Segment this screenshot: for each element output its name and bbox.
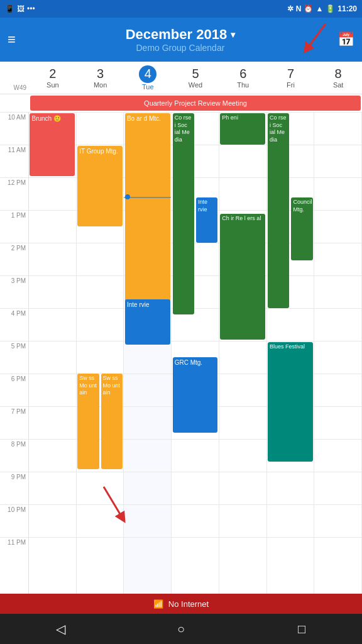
day-header-sat[interactable]: 8 Sat — [314, 62, 362, 94]
day-header-sun[interactable]: 2 Sun — [29, 62, 77, 94]
time-display: 11:20 — [337, 4, 357, 13]
calendar-subtitle: Demo Group Calendar — [23, 43, 337, 53]
event-course-social-fri[interactable]: Co rse i Soc ial Me dia — [268, 113, 289, 308]
time-8pm: 8 PM — [0, 439, 28, 472]
back-button[interactable]: ◁ — [48, 616, 73, 641]
time-2pm: 2 PM — [0, 243, 28, 275]
recents-button[interactable]: □ — [289, 616, 314, 641]
day-col-sun: Brunch 🙂 — [29, 112, 77, 594]
day-col-fri: Co rse i Soc ial Me dia Council Mtg. Blu… — [267, 112, 315, 594]
status-icons-right: ✲ N ⏰ ▲ 🔋 11:20 — [287, 4, 357, 13]
bluetooth-icon: ✲ — [287, 4, 293, 13]
menu-button[interactable]: ≡ — [8, 31, 16, 48]
time-6pm: 6 PM — [0, 374, 28, 406]
calendar-view-icon[interactable]: 📅 — [337, 31, 354, 48]
banner-gutter — [0, 94, 29, 112]
event-board-mtg[interactable]: Bo ar d Mtc. — [125, 113, 170, 309]
event-council-mtg[interactable]: Council Mtg. — [291, 197, 312, 260]
month-year-label[interactable]: December 2018 — [126, 26, 227, 43]
time-5pm: 5 PM — [0, 341, 28, 374]
status-icons-left: 📱 🖼 ••• — [5, 4, 35, 13]
event-phoenix[interactable]: Ph eni — [220, 113, 265, 145]
time-3pm: 3 PM — [0, 275, 28, 308]
time-gutter: 10 AM 11 AM 12 PM 1 PM 2 PM 3 PM 4 PM 5 … — [0, 112, 29, 594]
time-11pm: 11 PM — [0, 537, 28, 570]
nav-bar: ◁ ○ □ — [0, 614, 362, 644]
time-11am: 11 AM — [0, 145, 28, 177]
current-time-indicator — [124, 197, 171, 198]
dots-icon: ••• — [27, 4, 35, 13]
day-col-sat — [314, 112, 362, 594]
time-1pm: 1 PM — [0, 210, 28, 243]
alarm-icon: ⏰ — [304, 4, 313, 13]
event-choir-rehearsal[interactable]: Ch ir Re l ers al — [220, 214, 265, 340]
week-label: W49 — [0, 62, 29, 94]
event-blues-festival[interactable]: Blues Festival — [268, 342, 313, 462]
event-swiss-mountain-mon-1[interactable]: Sw ss Mo unt ain — [77, 374, 99, 469]
day-header-tue[interactable]: 4 Tue — [124, 62, 172, 94]
calendar-grid: 10 AM 11 AM 12 PM 1 PM 2 PM 3 PM 4 PM 5 … — [0, 112, 362, 594]
no-internet-label: No Internet — [168, 599, 209, 609]
status-bar: 📱 🖼 ••• ✲ N ⏰ ▲ 🔋 11:20 — [0, 0, 362, 18]
event-interview-wed[interactable]: Inte rvie — [196, 197, 217, 243]
time-12pm: 12 PM — [0, 177, 28, 210]
no-internet-bar: 📶 No Internet — [0, 594, 362, 614]
app-header: ≡ December 2018 ▾ Demo Group Calendar 📅 — [0, 18, 362, 62]
event-brunch[interactable]: Brunch 🙂 — [30, 113, 75, 176]
signal-icon: ▲ — [315, 4, 323, 13]
day-header-wed[interactable]: 5 Wed — [172, 62, 219, 94]
time-7pm: 7 PM — [0, 406, 28, 439]
event-swiss-mountain-mon-2[interactable]: Sw ss Mo unt ain — [101, 374, 123, 469]
day-header-row: W49 2 Sun 3 Mon 4 Tue 5 Wed 6 Thu 7 Fri … — [0, 62, 362, 94]
banner-event[interactable]: Quarterly Project Review Meeting — [30, 96, 361, 111]
phone-icon: 📱 — [5, 4, 14, 13]
no-wifi-icon: 📶 — [153, 599, 163, 609]
day-col-wed: Co rse i Soc ial Me dia Inte rvie GRC Mt… — [172, 112, 219, 594]
day-header-fri[interactable]: 7 Fri — [267, 62, 315, 94]
event-grc-mtg[interactable]: GRC Mtg. — [173, 357, 218, 433]
day-header-mon[interactable]: 3 Mon — [77, 62, 124, 94]
day-header-thu[interactable]: 6 Thu — [219, 62, 267, 94]
time-9pm: 9 PM — [0, 472, 28, 504]
time-10pm: 10 PM — [0, 504, 28, 537]
nfc-icon: N — [296, 4, 302, 13]
home-button[interactable]: ○ — [168, 616, 194, 641]
header-title: December 2018 ▾ Demo Group Calendar — [23, 26, 337, 53]
event-course-social-wed[interactable]: Co rse i Soc ial Me dia — [173, 113, 194, 314]
image-icon: 🖼 — [17, 4, 25, 13]
event-interview-tue[interactable]: Inte rvie — [125, 299, 170, 345]
time-10am: 10 AM — [0, 112, 28, 145]
day-col-thu: Ph eni Ch ir Re l ers al — [219, 112, 267, 594]
dropdown-arrow[interactable]: ▾ — [231, 30, 235, 40]
day-col-mon: IT Group Mtg. Sw ss Mo unt ain Sw ss Mo … — [77, 112, 124, 594]
days-area: Brunch 🙂 IT Group Mtg. Sw ss Mo unt ain … — [29, 112, 362, 594]
time-4pm: 4 PM — [0, 308, 28, 341]
battery-icon: 🔋 — [326, 4, 335, 13]
banner-row: Quarterly Project Review Meeting — [0, 94, 362, 112]
event-it-group-mtg[interactable]: IT Group Mtg. — [77, 146, 123, 226]
day-col-tue: Bo ar d Mtc. Inte rvie — [124, 112, 172, 594]
